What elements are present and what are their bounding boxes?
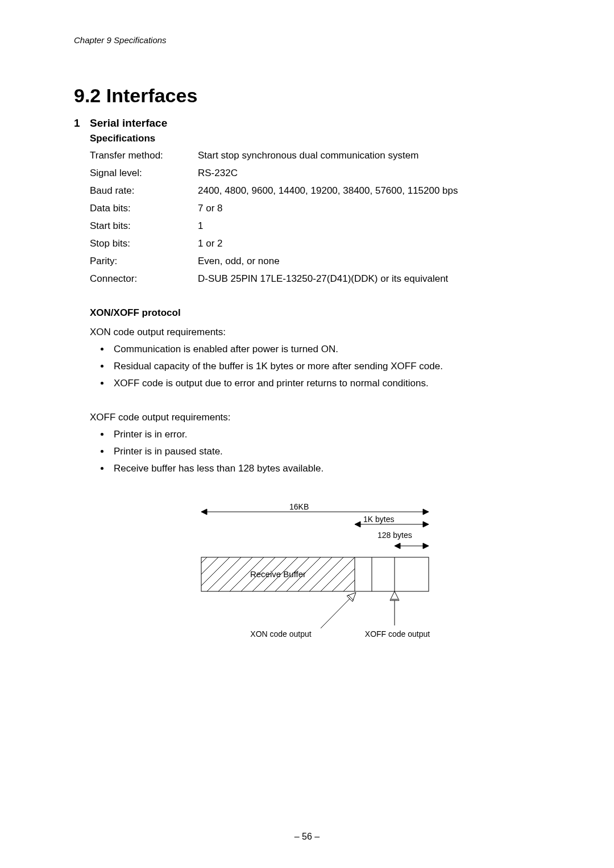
spec-label: Data bits: bbox=[90, 203, 198, 214]
spec-label: Transfer method: bbox=[90, 150, 198, 161]
svg-line-13 bbox=[190, 540, 247, 597]
diagram-total-label: 16KB bbox=[289, 502, 309, 511]
svg-marker-5 bbox=[423, 521, 429, 527]
diagram-1k-label: 1K bytes bbox=[363, 515, 394, 524]
spec-label: Parity: bbox=[90, 256, 198, 267]
svg-line-27 bbox=[349, 540, 406, 597]
list-item: Receive buffer has less than 128 bytes a… bbox=[110, 463, 540, 474]
spec-row: Start bits: 1 bbox=[90, 220, 540, 232]
svg-line-12 bbox=[190, 540, 235, 597]
svg-line-31 bbox=[321, 596, 352, 628]
spec-row: Parity: Even, odd, or none bbox=[90, 256, 540, 267]
svg-line-23 bbox=[304, 540, 360, 597]
spec-value: 1 or 2 bbox=[198, 238, 540, 249]
svg-marker-8 bbox=[423, 543, 429, 549]
running-head: Chapter 9 Specifications bbox=[74, 35, 540, 45]
svg-marker-1 bbox=[201, 509, 207, 515]
specifications-table: Transfer method: Start stop synchronous … bbox=[90, 150, 540, 285]
xon-requirements-list: Communication is enabled after power is … bbox=[90, 344, 540, 389]
spec-value: Even, odd, or none bbox=[198, 256, 540, 267]
svg-line-19 bbox=[258, 540, 315, 597]
specifications-heading: Specifications bbox=[90, 133, 540, 144]
spec-label: Signal level: bbox=[90, 168, 198, 179]
page-number: – 56 – bbox=[0, 832, 614, 842]
list-item: XOFF code is output due to error and pri… bbox=[110, 378, 540, 389]
svg-line-22 bbox=[292, 540, 349, 597]
spec-value: 1 bbox=[198, 220, 540, 232]
diagram-xoff-caption: XOFF code output bbox=[365, 629, 430, 639]
svg-line-17 bbox=[235, 540, 292, 597]
svg-line-26 bbox=[338, 540, 395, 597]
spec-label: Connector: bbox=[90, 273, 198, 285]
svg-marker-7 bbox=[395, 543, 400, 549]
spec-row: Baud rate: 2400, 4800, 9600, 14400, 1920… bbox=[90, 185, 540, 197]
spec-row: Stop bits: 1 or 2 bbox=[90, 238, 540, 249]
buffer-diagram: 16KB 1K bytes 128 bytes Receive Buffer X… bbox=[90, 500, 540, 648]
svg-line-15 bbox=[213, 540, 269, 597]
section-heading-9-2: 9.2 Interfaces bbox=[74, 85, 540, 107]
subsection-number: 1 bbox=[74, 117, 90, 130]
diagram-xon-caption: XON code output bbox=[250, 629, 312, 639]
svg-line-14 bbox=[201, 540, 258, 597]
list-item: Printer is in paused state. bbox=[110, 446, 540, 457]
xoff-requirements-intro: XOFF code output requirements: bbox=[90, 412, 540, 423]
list-item: Residual capacity of the buffer is 1K by… bbox=[110, 361, 540, 372]
list-item: Printer is in error. bbox=[110, 429, 540, 440]
spec-label: Baud rate: bbox=[90, 185, 198, 197]
spec-value: D-SUB 25PIN 17LE-13250-27(D41)(DDK) or i… bbox=[198, 273, 540, 285]
svg-line-16 bbox=[224, 540, 281, 597]
spec-row: Data bits: 7 or 8 bbox=[90, 203, 540, 214]
diagram-128-label: 128 bytes bbox=[377, 531, 412, 540]
spec-value: 7 or 8 bbox=[198, 203, 540, 214]
xoff-requirements-list: Printer is in error. Printer is in pause… bbox=[90, 429, 540, 474]
svg-line-24 bbox=[315, 540, 372, 597]
xon-xoff-protocol-heading: XON/XOFF protocol bbox=[90, 307, 540, 319]
spec-label: Stop bits: bbox=[90, 238, 198, 249]
svg-line-18 bbox=[247, 540, 304, 597]
svg-marker-2 bbox=[423, 509, 429, 515]
svg-line-21 bbox=[281, 540, 338, 597]
spec-value: RS-232C bbox=[198, 168, 540, 179]
spec-value: Start stop synchronous dual communicatio… bbox=[198, 150, 540, 161]
spec-value: 2400, 4800, 9600, 14400, 19200, 38400, 5… bbox=[198, 185, 540, 197]
subsection-title-serial-interface: Serial interface bbox=[90, 117, 167, 130]
svg-line-20 bbox=[269, 540, 326, 597]
spec-row: Transfer method: Start stop synchronous … bbox=[90, 150, 540, 161]
svg-marker-4 bbox=[355, 521, 360, 527]
spec-label: Start bits: bbox=[90, 220, 198, 232]
diagram-buffer-label: Receive Buffer bbox=[250, 569, 306, 579]
spec-row: Signal level: RS-232C bbox=[90, 168, 540, 179]
xon-requirements-intro: XON code output requirements: bbox=[90, 327, 540, 338]
spec-row: Connector: D-SUB 25PIN 17LE-13250-27(D41… bbox=[90, 273, 540, 285]
list-item: Communication is enabled after power is … bbox=[110, 344, 540, 355]
